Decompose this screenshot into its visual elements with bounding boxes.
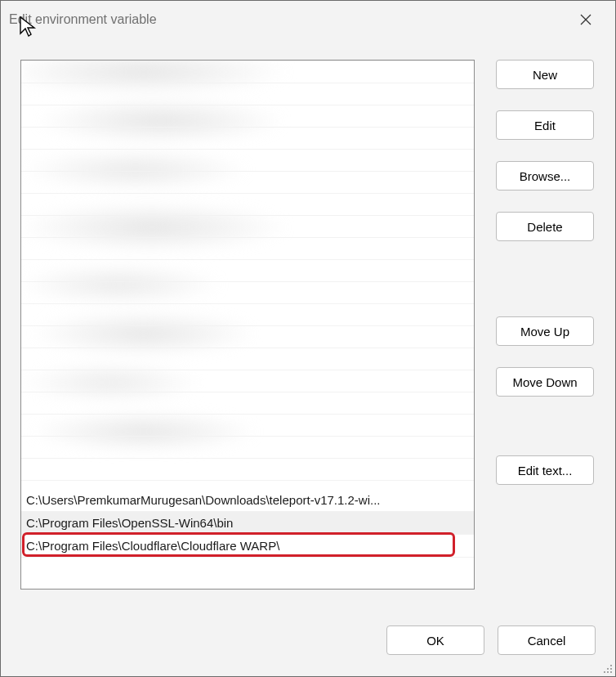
move-down-button[interactable]: Move Down — [496, 367, 594, 397]
svg-point-7 — [610, 671, 612, 673]
list-item[interactable]: C:\Users\PremkumarMurugesan\Downloads\te… — [21, 489, 474, 512]
titlebar: Edit environment variable — [1, 1, 615, 38]
list-item[interactable]: C:\Program Files\OpenSSL-Win64\bin — [21, 512, 474, 535]
window-title: Edit environment variable — [9, 12, 568, 27]
svg-point-3 — [607, 668, 609, 670]
edit-text-button[interactable]: Edit text... — [496, 455, 594, 485]
edit-env-var-dialog: Edit environment variable \Pyth... — [0, 0, 616, 677]
new-button[interactable]: New — [496, 60, 594, 89]
path-listbox-container: \Pyth... C:\Users\PremkumarMurugesan\Dow… — [20, 60, 475, 590]
dialog-footer: OK Cancel — [20, 611, 597, 660]
side-button-column: New Edit Browse... Delete Move Up Move D… — [496, 60, 594, 611]
svg-point-5 — [604, 671, 605, 673]
redacted-list-rows — [21, 61, 474, 489]
move-up-button[interactable]: Move Up — [496, 316, 594, 346]
list-item[interactable]: C:\Program Files\Cloudflare\Cloudflare W… — [21, 535, 474, 558]
delete-button[interactable]: Delete — [496, 212, 594, 241]
ok-button[interactable]: OK — [386, 625, 484, 655]
edit-button[interactable]: Edit — [496, 110, 594, 140]
svg-point-6 — [607, 671, 609, 673]
resize-grip-icon[interactable] — [601, 662, 613, 674]
browse-button[interactable]: Browse... — [496, 161, 594, 191]
svg-point-4 — [610, 668, 612, 670]
cancel-button[interactable]: Cancel — [498, 625, 596, 655]
svg-point-2 — [610, 665, 612, 666]
path-listbox[interactable]: \Pyth... C:\Users\PremkumarMurugesan\Dow… — [21, 61, 474, 589]
close-button[interactable] — [568, 7, 604, 33]
dialog-body: \Pyth... C:\Users\PremkumarMurugesan\Dow… — [1, 38, 615, 676]
close-icon — [580, 14, 591, 25]
